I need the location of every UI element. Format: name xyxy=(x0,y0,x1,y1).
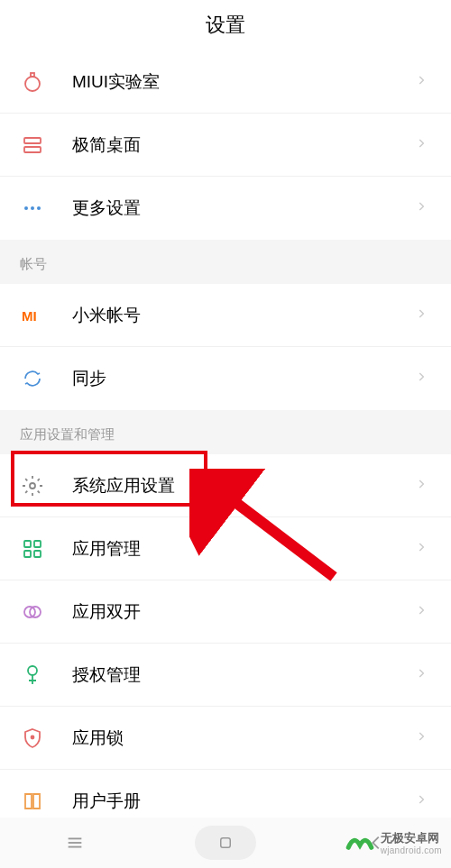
chevron-right-icon xyxy=(415,604,431,620)
item-system-app-settings[interactable]: 系统应用设置 xyxy=(0,454,451,517)
chevron-right-icon xyxy=(415,541,431,557)
chevron-right-icon xyxy=(415,370,431,387)
nav-recent-button[interactable] xyxy=(44,826,106,860)
chevron-right-icon xyxy=(415,793,431,809)
chevron-right-icon xyxy=(415,307,431,324)
item-label: 应用双开 xyxy=(72,600,415,624)
watermark-url: wjandroid.com xyxy=(381,845,442,855)
item-app-lock[interactable]: 应用锁 xyxy=(0,707,451,770)
nav-home-button[interactable] xyxy=(195,826,256,860)
section-title-apps: 应用设置和管理 xyxy=(0,410,451,454)
svg-rect-10 xyxy=(34,541,41,547)
item-label: 系统应用设置 xyxy=(72,474,415,498)
item-label: 小米帐号 xyxy=(72,304,415,327)
watermark-logo-icon xyxy=(345,828,375,859)
permission-icon xyxy=(20,662,45,688)
section-title-account: 帐号 xyxy=(0,240,451,284)
chevron-right-icon xyxy=(415,478,431,494)
svg-point-8 xyxy=(30,483,35,489)
chevron-right-icon xyxy=(415,200,431,216)
item-sync[interactable]: 同步 xyxy=(0,347,451,410)
sync-icon xyxy=(20,366,45,391)
item-app-management[interactable]: 应用管理 xyxy=(0,517,451,580)
item-miui-lab[interactable]: MIUI实验室 xyxy=(0,50,451,114)
item-user-manual[interactable]: 用户手册 xyxy=(0,770,451,818)
page-header: 设置 xyxy=(0,0,451,50)
watermark-title: 无极安卓网 xyxy=(381,832,442,845)
svg-point-15 xyxy=(28,666,37,675)
lab-icon xyxy=(20,69,45,95)
section-0: MIUI实验室 极简桌面 更多设置 xyxy=(0,50,451,240)
svg-rect-1 xyxy=(31,73,34,77)
item-label: 授权管理 xyxy=(72,663,415,687)
chevron-right-icon xyxy=(415,730,431,746)
item-minimal-desktop[interactable]: 极简桌面 xyxy=(0,114,451,177)
chevron-right-icon xyxy=(415,667,431,683)
gear-icon xyxy=(20,473,45,498)
svg-rect-9 xyxy=(24,541,31,547)
item-more-settings[interactable]: 更多设置 xyxy=(0,177,451,240)
mi-logo-icon: MI xyxy=(20,303,45,328)
dual-icon xyxy=(20,599,45,625)
chevron-right-icon xyxy=(415,74,431,90)
settings-scroll: MIUI实验室 极简桌面 更多设置 帐号 xyxy=(0,50,451,818)
svg-point-5 xyxy=(31,206,34,210)
item-label: 同步 xyxy=(72,367,415,390)
book-icon xyxy=(20,789,45,814)
more-icon xyxy=(20,196,45,221)
svg-point-6 xyxy=(37,206,41,210)
item-label: 用户手册 xyxy=(72,790,415,813)
svg-point-4 xyxy=(24,206,28,210)
item-label: MIUI实验室 xyxy=(72,70,415,94)
item-permission-management[interactable]: 授权管理 xyxy=(0,644,451,707)
item-label: 应用管理 xyxy=(72,537,415,561)
svg-point-0 xyxy=(25,77,40,91)
shield-icon xyxy=(20,726,45,751)
item-label: 应用锁 xyxy=(72,726,415,750)
apps-icon xyxy=(20,536,45,562)
desktop-icon xyxy=(20,132,45,158)
svg-rect-22 xyxy=(221,838,231,848)
svg-point-16 xyxy=(32,736,34,738)
page-title: 设置 xyxy=(206,12,245,39)
svg-rect-3 xyxy=(24,147,41,152)
section-2: 系统应用设置 应用管理 应用双开 xyxy=(0,454,451,818)
chevron-right-icon xyxy=(415,137,431,153)
svg-rect-2 xyxy=(24,138,41,143)
svg-text:MI: MI xyxy=(22,308,37,324)
item-label: 极简桌面 xyxy=(72,133,415,157)
svg-rect-12 xyxy=(34,551,41,557)
section-1: MI 小米帐号 同步 xyxy=(0,284,451,410)
item-dual-apps[interactable]: 应用双开 xyxy=(0,580,451,644)
item-label: 更多设置 xyxy=(72,196,415,220)
item-mi-account[interactable]: MI 小米帐号 xyxy=(0,284,451,347)
svg-rect-11 xyxy=(24,551,31,557)
watermark: 无极安卓网 wjandroid.com xyxy=(345,828,442,859)
